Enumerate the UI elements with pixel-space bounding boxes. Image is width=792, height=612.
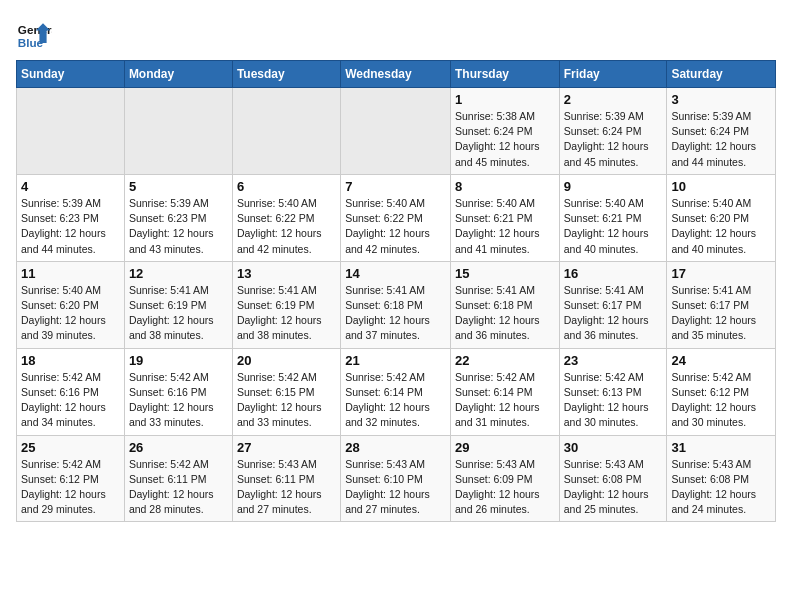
day-info: Sunrise: 5:42 AM Sunset: 6:14 PM Dayligh… <box>345 370 446 431</box>
calendar-cell: 10Sunrise: 5:40 AM Sunset: 6:20 PM Dayli… <box>667 174 776 261</box>
day-header-friday: Friday <box>559 61 667 88</box>
calendar-cell: 23Sunrise: 5:42 AM Sunset: 6:13 PM Dayli… <box>559 348 667 435</box>
day-info: Sunrise: 5:42 AM Sunset: 6:14 PM Dayligh… <box>455 370 555 431</box>
calendar-cell: 19Sunrise: 5:42 AM Sunset: 6:16 PM Dayli… <box>124 348 232 435</box>
calendar-cell <box>341 88 451 175</box>
day-header-saturday: Saturday <box>667 61 776 88</box>
week-row-1: 1Sunrise: 5:38 AM Sunset: 6:24 PM Daylig… <box>17 88 776 175</box>
page-header: General Blue <box>16 16 776 52</box>
day-number: 23 <box>564 353 663 368</box>
day-number: 19 <box>129 353 228 368</box>
calendar-cell <box>17 88 125 175</box>
day-number: 16 <box>564 266 663 281</box>
day-number: 3 <box>671 92 771 107</box>
day-info: Sunrise: 5:43 AM Sunset: 6:11 PM Dayligh… <box>237 457 336 518</box>
calendar-cell: 8Sunrise: 5:40 AM Sunset: 6:21 PM Daylig… <box>450 174 559 261</box>
day-info: Sunrise: 5:39 AM Sunset: 6:24 PM Dayligh… <box>564 109 663 170</box>
day-info: Sunrise: 5:41 AM Sunset: 6:19 PM Dayligh… <box>237 283 336 344</box>
calendar-cell: 28Sunrise: 5:43 AM Sunset: 6:10 PM Dayli… <box>341 435 451 522</box>
day-header-sunday: Sunday <box>17 61 125 88</box>
calendar-cell: 9Sunrise: 5:40 AM Sunset: 6:21 PM Daylig… <box>559 174 667 261</box>
week-row-2: 4Sunrise: 5:39 AM Sunset: 6:23 PM Daylig… <box>17 174 776 261</box>
week-row-3: 11Sunrise: 5:40 AM Sunset: 6:20 PM Dayli… <box>17 261 776 348</box>
day-number: 17 <box>671 266 771 281</box>
calendar-cell: 27Sunrise: 5:43 AM Sunset: 6:11 PM Dayli… <box>232 435 340 522</box>
day-number: 27 <box>237 440 336 455</box>
logo-icon: General Blue <box>16 16 52 52</box>
calendar-cell: 11Sunrise: 5:40 AM Sunset: 6:20 PM Dayli… <box>17 261 125 348</box>
day-number: 6 <box>237 179 336 194</box>
day-number: 12 <box>129 266 228 281</box>
day-number: 20 <box>237 353 336 368</box>
day-number: 14 <box>345 266 446 281</box>
day-header-tuesday: Tuesday <box>232 61 340 88</box>
day-number: 29 <box>455 440 555 455</box>
day-number: 1 <box>455 92 555 107</box>
calendar-cell: 21Sunrise: 5:42 AM Sunset: 6:14 PM Dayli… <box>341 348 451 435</box>
calendar-cell: 5Sunrise: 5:39 AM Sunset: 6:23 PM Daylig… <box>124 174 232 261</box>
day-info: Sunrise: 5:43 AM Sunset: 6:08 PM Dayligh… <box>564 457 663 518</box>
day-info: Sunrise: 5:40 AM Sunset: 6:21 PM Dayligh… <box>564 196 663 257</box>
calendar-cell: 25Sunrise: 5:42 AM Sunset: 6:12 PM Dayli… <box>17 435 125 522</box>
calendar-cell <box>124 88 232 175</box>
calendar-cell: 12Sunrise: 5:41 AM Sunset: 6:19 PM Dayli… <box>124 261 232 348</box>
calendar-cell: 18Sunrise: 5:42 AM Sunset: 6:16 PM Dayli… <box>17 348 125 435</box>
day-info: Sunrise: 5:40 AM Sunset: 6:21 PM Dayligh… <box>455 196 555 257</box>
day-number: 7 <box>345 179 446 194</box>
day-info: Sunrise: 5:39 AM Sunset: 6:23 PM Dayligh… <box>21 196 120 257</box>
day-number: 25 <box>21 440 120 455</box>
day-info: Sunrise: 5:43 AM Sunset: 6:08 PM Dayligh… <box>671 457 771 518</box>
day-number: 28 <box>345 440 446 455</box>
day-number: 10 <box>671 179 771 194</box>
calendar-cell: 3Sunrise: 5:39 AM Sunset: 6:24 PM Daylig… <box>667 88 776 175</box>
calendar-cell: 31Sunrise: 5:43 AM Sunset: 6:08 PM Dayli… <box>667 435 776 522</box>
day-info: Sunrise: 5:42 AM Sunset: 6:12 PM Dayligh… <box>671 370 771 431</box>
day-info: Sunrise: 5:41 AM Sunset: 6:19 PM Dayligh… <box>129 283 228 344</box>
day-number: 26 <box>129 440 228 455</box>
day-info: Sunrise: 5:43 AM Sunset: 6:10 PM Dayligh… <box>345 457 446 518</box>
day-number: 15 <box>455 266 555 281</box>
day-info: Sunrise: 5:42 AM Sunset: 6:12 PM Dayligh… <box>21 457 120 518</box>
day-info: Sunrise: 5:41 AM Sunset: 6:17 PM Dayligh… <box>671 283 771 344</box>
day-header-monday: Monday <box>124 61 232 88</box>
day-number: 22 <box>455 353 555 368</box>
calendar-cell: 14Sunrise: 5:41 AM Sunset: 6:18 PM Dayli… <box>341 261 451 348</box>
calendar-cell: 1Sunrise: 5:38 AM Sunset: 6:24 PM Daylig… <box>450 88 559 175</box>
day-info: Sunrise: 5:42 AM Sunset: 6:16 PM Dayligh… <box>21 370 120 431</box>
day-info: Sunrise: 5:42 AM Sunset: 6:11 PM Dayligh… <box>129 457 228 518</box>
calendar-cell: 26Sunrise: 5:42 AM Sunset: 6:11 PM Dayli… <box>124 435 232 522</box>
calendar-cell: 2Sunrise: 5:39 AM Sunset: 6:24 PM Daylig… <box>559 88 667 175</box>
day-number: 21 <box>345 353 446 368</box>
day-info: Sunrise: 5:42 AM Sunset: 6:16 PM Dayligh… <box>129 370 228 431</box>
day-info: Sunrise: 5:40 AM Sunset: 6:20 PM Dayligh… <box>671 196 771 257</box>
day-info: Sunrise: 5:42 AM Sunset: 6:15 PM Dayligh… <box>237 370 336 431</box>
calendar-cell: 17Sunrise: 5:41 AM Sunset: 6:17 PM Dayli… <box>667 261 776 348</box>
day-info: Sunrise: 5:40 AM Sunset: 6:22 PM Dayligh… <box>237 196 336 257</box>
day-number: 18 <box>21 353 120 368</box>
day-number: 4 <box>21 179 120 194</box>
day-info: Sunrise: 5:39 AM Sunset: 6:24 PM Dayligh… <box>671 109 771 170</box>
day-number: 30 <box>564 440 663 455</box>
day-header-thursday: Thursday <box>450 61 559 88</box>
day-info: Sunrise: 5:40 AM Sunset: 6:22 PM Dayligh… <box>345 196 446 257</box>
day-number: 9 <box>564 179 663 194</box>
day-number: 8 <box>455 179 555 194</box>
calendar-cell: 20Sunrise: 5:42 AM Sunset: 6:15 PM Dayli… <box>232 348 340 435</box>
day-info: Sunrise: 5:41 AM Sunset: 6:17 PM Dayligh… <box>564 283 663 344</box>
day-info: Sunrise: 5:38 AM Sunset: 6:24 PM Dayligh… <box>455 109 555 170</box>
day-number: 11 <box>21 266 120 281</box>
calendar-cell: 29Sunrise: 5:43 AM Sunset: 6:09 PM Dayli… <box>450 435 559 522</box>
day-number: 13 <box>237 266 336 281</box>
day-info: Sunrise: 5:41 AM Sunset: 6:18 PM Dayligh… <box>455 283 555 344</box>
calendar-cell: 30Sunrise: 5:43 AM Sunset: 6:08 PM Dayli… <box>559 435 667 522</box>
day-number: 5 <box>129 179 228 194</box>
calendar-cell: 4Sunrise: 5:39 AM Sunset: 6:23 PM Daylig… <box>17 174 125 261</box>
header-row: SundayMondayTuesdayWednesdayThursdayFrid… <box>17 61 776 88</box>
calendar-cell: 13Sunrise: 5:41 AM Sunset: 6:19 PM Dayli… <box>232 261 340 348</box>
day-info: Sunrise: 5:42 AM Sunset: 6:13 PM Dayligh… <box>564 370 663 431</box>
calendar-cell: 6Sunrise: 5:40 AM Sunset: 6:22 PM Daylig… <box>232 174 340 261</box>
day-number: 24 <box>671 353 771 368</box>
day-number: 31 <box>671 440 771 455</box>
day-number: 2 <box>564 92 663 107</box>
week-row-5: 25Sunrise: 5:42 AM Sunset: 6:12 PM Dayli… <box>17 435 776 522</box>
